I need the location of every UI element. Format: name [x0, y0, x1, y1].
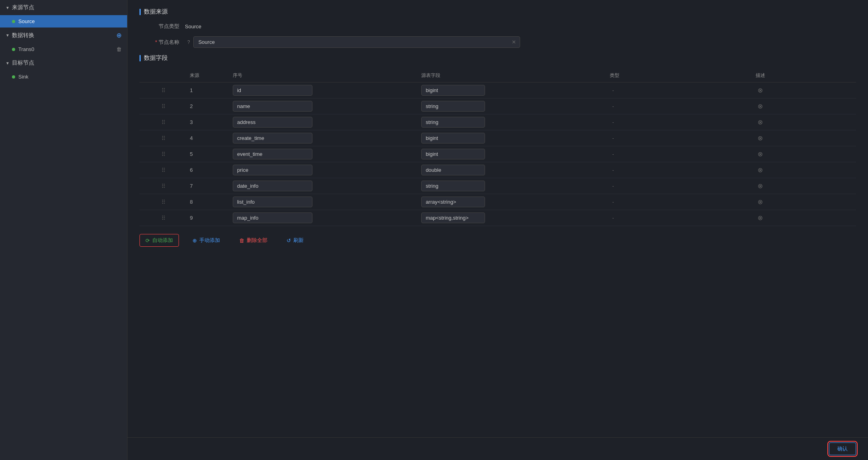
- table-row: ⠿ 1 - ⊗: [139, 83, 856, 98]
- remove-field-button[interactable]: ⊗: [756, 102, 765, 111]
- drag-cell: ⠿: [139, 98, 187, 114]
- fields-tbody: ⠿ 1 - ⊗ ⠿ 2 -: [139, 83, 856, 226]
- field-name-input[interactable]: [233, 133, 312, 144]
- auto-add-button[interactable]: ⟳ 自动添加: [139, 234, 179, 247]
- auto-add-icon: ⟳: [145, 238, 150, 244]
- input-clear-icon[interactable]: ✕: [512, 39, 516, 45]
- sidebar-section-transform-label: 数据转换: [12, 32, 34, 39]
- action-cell: ⊗: [753, 162, 822, 178]
- drag-cell: ⠿: [139, 162, 187, 178]
- field-cell: [230, 210, 419, 226]
- fields-table: 来源 序号 源表字段 类型 描述 ⠿ 1 - ⊗ ⠿: [139, 69, 856, 226]
- sidebar-item-sink-label: Sink: [18, 74, 122, 80]
- field-type-input[interactable]: [421, 117, 485, 128]
- remove-field-button[interactable]: ⊗: [756, 181, 765, 191]
- seq-cell: 5: [187, 146, 230, 162]
- field-type-input[interactable]: [421, 181, 485, 191]
- field-name-input[interactable]: [233, 149, 312, 159]
- table-row: ⠿ 5 - ⊗: [139, 146, 856, 162]
- sidebar-item-sink[interactable]: Sink: [0, 71, 127, 83]
- drag-handle-icon[interactable]: ⠿: [160, 167, 167, 173]
- field-name-input[interactable]: [233, 101, 312, 112]
- arrow-down-icon-2: ▼: [6, 33, 10, 37]
- add-transform-icon[interactable]: ⊕: [116, 31, 122, 39]
- refresh-button[interactable]: ↺ 刷新: [281, 234, 309, 246]
- field-name-input[interactable]: [233, 212, 312, 223]
- remove-field-button[interactable]: ⊗: [756, 197, 765, 207]
- sidebar-item-trans0[interactable]: Trans0 🗑: [0, 43, 127, 55]
- field-type-input[interactable]: [421, 133, 485, 144]
- status-dot-sink: [12, 75, 15, 79]
- field-type-input[interactable]: [421, 85, 485, 96]
- seq-cell: 1: [187, 83, 230, 98]
- remove-field-button[interactable]: ⊗: [756, 86, 765, 95]
- drag-handle-icon[interactable]: ⠿: [160, 135, 167, 142]
- field-name-input[interactable]: [233, 165, 312, 175]
- seq-cell: 3: [187, 114, 230, 130]
- refresh-icon: ↺: [287, 238, 291, 244]
- remove-field-button[interactable]: ⊗: [756, 213, 765, 223]
- confirm-button[interactable]: 确认: [829, 442, 856, 455]
- drag-handle-icon[interactable]: ⠿: [160, 151, 167, 157]
- desc-cell: -: [607, 130, 753, 146]
- action-cell: ⊗: [753, 194, 822, 210]
- seq-cell: 8: [187, 194, 230, 210]
- drag-handle-icon[interactable]: ⠿: [160, 199, 167, 205]
- table-row: ⠿ 2 - ⊗: [139, 98, 856, 114]
- remove-field-button[interactable]: ⊗: [756, 165, 765, 175]
- field-cell: [230, 83, 419, 98]
- table-row: ⠿ 7 - ⊗: [139, 178, 856, 194]
- confirm-label: 确认: [837, 446, 848, 452]
- drag-cell: ⠿: [139, 146, 187, 162]
- th-desc: 描述: [753, 69, 822, 83]
- sidebar-item-source-label: Source: [18, 18, 122, 24]
- field-type-input[interactable]: [421, 197, 485, 207]
- node-type-label: 节点类型: [147, 23, 179, 30]
- sidebar-section-target[interactable]: ▼ 目标节点: [0, 55, 127, 71]
- drag-handle-icon[interactable]: ⠿: [160, 87, 167, 94]
- drag-cell: ⠿: [139, 178, 187, 194]
- drag-handle-icon[interactable]: ⠿: [160, 183, 167, 189]
- field-type-input[interactable]: [421, 212, 485, 223]
- node-name-row: 节点名称 ? ✕: [139, 36, 856, 48]
- field-name-input[interactable]: [233, 117, 312, 128]
- action-cell: ⊗: [753, 130, 822, 146]
- drag-handle-icon[interactable]: ⠿: [160, 119, 167, 126]
- seq-cell: 9: [187, 210, 230, 226]
- drag-handle-icon[interactable]: ⠿: [160, 103, 167, 110]
- manual-add-button[interactable]: ⊕ 手动添加: [187, 234, 226, 246]
- seq-cell: 7: [187, 178, 230, 194]
- field-type-input[interactable]: [421, 149, 485, 159]
- table-row: ⠿ 4 - ⊗: [139, 130, 856, 146]
- help-icon[interactable]: ?: [187, 39, 190, 45]
- type-cell: [419, 83, 607, 98]
- drag-handle-icon[interactable]: ⠿: [160, 215, 167, 221]
- desc-cell: -: [607, 194, 753, 210]
- field-type-input[interactable]: [421, 101, 485, 112]
- manual-add-icon: ⊕: [192, 238, 197, 244]
- type-cell: [419, 146, 607, 162]
- field-name-input[interactable]: [233, 181, 312, 191]
- refresh-label: 刷新: [293, 237, 304, 244]
- remove-field-button[interactable]: ⊗: [756, 149, 765, 159]
- field-name-input[interactable]: [233, 85, 312, 96]
- sidebar-section-transform[interactable]: ▼ 数据转换 ⊕: [0, 28, 127, 43]
- field-name-input[interactable]: [233, 197, 312, 207]
- field-cell: [230, 130, 419, 146]
- field-cell: [230, 114, 419, 130]
- action-cell: ⊗: [753, 146, 822, 162]
- field-cell: [230, 162, 419, 178]
- sidebar-section-source[interactable]: ▼ 来源节点: [0, 0, 127, 15]
- field-type-input[interactable]: [421, 165, 485, 175]
- remove-field-button[interactable]: ⊗: [756, 118, 765, 127]
- main-content: 数据来源 节点类型 Source 节点名称 ? ✕ 数据字段 来源: [128, 0, 868, 437]
- sidebar-item-source[interactable]: Source: [0, 15, 127, 28]
- delete-trans0-icon[interactable]: 🗑: [116, 46, 122, 52]
- remove-field-button[interactable]: ⊗: [756, 134, 765, 143]
- node-name-input[interactable]: [193, 36, 520, 48]
- action-cell: ⊗: [753, 178, 822, 194]
- delete-all-button[interactable]: 🗑 删除全部: [234, 234, 273, 246]
- datasource-section-title: 数据来源: [139, 8, 856, 16]
- field-cell: [230, 98, 419, 114]
- node-type-row: 节点类型 Source: [139, 23, 856, 30]
